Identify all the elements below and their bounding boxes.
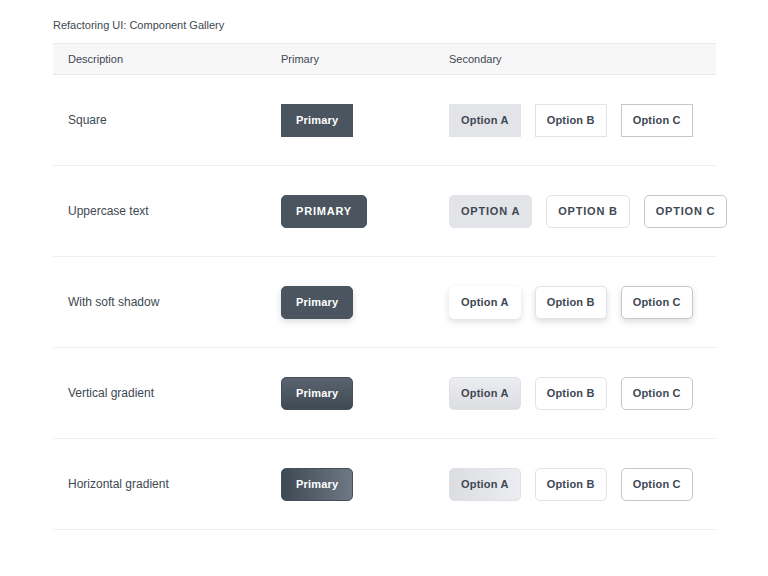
secondary-button-option-b[interactable]: Option B bbox=[535, 468, 607, 501]
primary-button[interactable]: Primary bbox=[281, 377, 353, 410]
primary-cell: PRIMARY bbox=[281, 195, 449, 228]
primary-button[interactable]: Primary bbox=[281, 104, 353, 137]
secondary-cell: Option A Option B Option C bbox=[449, 104, 716, 137]
table-row-vertical-gradient: Vertical gradient Primary Option A Optio… bbox=[53, 348, 716, 439]
table-row-square: Square Primary Option A Option B Option … bbox=[53, 75, 716, 166]
secondary-button-option-a[interactable]: Option A bbox=[449, 377, 521, 410]
secondary-button-option-c[interactable]: OPTION C bbox=[644, 195, 728, 228]
secondary-button-option-c[interactable]: Option C bbox=[621, 377, 693, 410]
secondary-button-option-c[interactable]: Option C bbox=[621, 104, 693, 137]
row-description: Square bbox=[53, 113, 281, 127]
primary-cell: Primary bbox=[281, 104, 449, 137]
page-title: Refactoring UI: Component Gallery bbox=[53, 0, 716, 43]
page: Refactoring UI: Component Gallery Descri… bbox=[0, 0, 768, 576]
primary-button[interactable]: PRIMARY bbox=[281, 195, 367, 228]
secondary-button-option-a[interactable]: Option A bbox=[449, 104, 521, 137]
table-header-row: Description Primary Secondary bbox=[53, 44, 716, 75]
row-description: Uppercase text bbox=[53, 204, 281, 218]
component-gallery-table: Description Primary Secondary Square Pri… bbox=[53, 43, 716, 530]
secondary-button-option-a[interactable]: Option A bbox=[449, 286, 521, 319]
row-description: Vertical gradient bbox=[53, 386, 281, 400]
secondary-button-option-b[interactable]: OPTION B bbox=[546, 195, 630, 228]
column-header-secondary: Secondary bbox=[449, 53, 716, 65]
primary-button[interactable]: Primary bbox=[281, 286, 353, 319]
secondary-cell: Option A Option B Option C bbox=[449, 468, 716, 501]
content-container: Refactoring UI: Component Gallery Descri… bbox=[53, 0, 716, 530]
secondary-button-option-c[interactable]: Option C bbox=[621, 286, 693, 319]
primary-cell: Primary bbox=[281, 468, 449, 501]
table-row-horizontal-gradient: Horizontal gradient Primary Option A Opt… bbox=[53, 439, 716, 530]
secondary-button-option-c[interactable]: Option C bbox=[621, 468, 693, 501]
column-header-description: Description bbox=[53, 53, 281, 65]
table-row-soft-shadow: With soft shadow Primary Option A Option… bbox=[53, 257, 716, 348]
secondary-button-option-b[interactable]: Option B bbox=[535, 286, 607, 319]
table-row-uppercase: Uppercase text PRIMARY OPTION A OPTION B… bbox=[53, 166, 716, 257]
row-description: With soft shadow bbox=[53, 295, 281, 309]
secondary-cell: Option A Option B Option C bbox=[449, 377, 716, 410]
row-description: Horizontal gradient bbox=[53, 477, 281, 491]
secondary-cell: Option A Option B Option C bbox=[449, 286, 716, 319]
column-header-primary: Primary bbox=[281, 53, 449, 65]
primary-button[interactable]: Primary bbox=[281, 468, 353, 501]
secondary-button-option-b[interactable]: Option B bbox=[535, 377, 607, 410]
primary-cell: Primary bbox=[281, 286, 449, 319]
secondary-button-option-b[interactable]: Option B bbox=[535, 104, 607, 137]
secondary-cell: OPTION A OPTION B OPTION C bbox=[449, 195, 727, 228]
secondary-button-option-a[interactable]: OPTION A bbox=[449, 195, 532, 228]
secondary-button-option-a[interactable]: Option A bbox=[449, 468, 521, 501]
primary-cell: Primary bbox=[281, 377, 449, 410]
